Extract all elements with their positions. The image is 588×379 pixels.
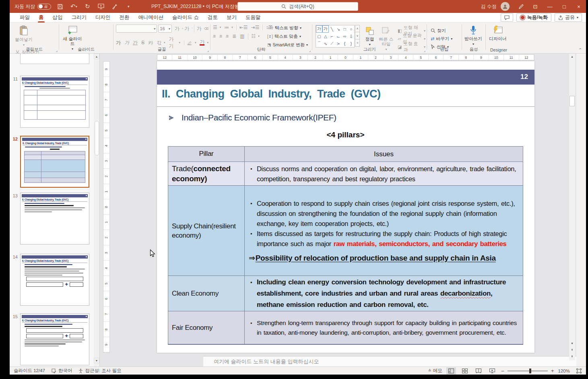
share-button[interactable]: 공유 ▾ [555,13,582,22]
ribbon-tab-8[interactable]: 검토 [203,13,222,23]
drawing-dialog-launcher[interactable]: ⌟ [424,48,425,52]
slide-scrollbar[interactable]: ▲ ▼ ⇞ ⇟ [569,54,575,360]
ribbon-tab-4[interactable]: 디자인 [91,13,115,23]
shape-gallery-item-12[interactable]: ⌒ [316,40,322,47]
shape-gallery-item-1[interactable]: 가 [322,25,329,33]
shrink-font-button[interactable]: 가ˇ [184,25,192,33]
slide-header-bar[interactable]: 12 [157,70,534,85]
font-dialog-launcher[interactable]: ⌟ [207,48,209,52]
normal-view-button[interactable] [446,367,456,375]
zoom-out-button[interactable]: − [501,368,504,374]
shape-gallery-item-9[interactable]: ⌙ [335,33,342,40]
start-slideshow-icon[interactable] [96,2,106,11]
shape-gallery-item-6[interactable]: ▢ [316,33,322,40]
clear-formatting-button[interactable]: 가⌫ [194,25,208,33]
save-icon[interactable] [55,2,65,11]
slide-subtitle[interactable]: Indian–Pacific Economic Framework(IPEF) [169,113,336,122]
ribbon-display-options-icon[interactable]: ⊡ [528,0,543,13]
shape-gallery[interactable]: 가가╲↘□○▢△⌐⌙⇨⇩⌒∿⟋≻{} [316,25,355,48]
align-right-button[interactable]: ≡ [226,33,229,39]
add-remove-columns-button[interactable]: ☷▾ [248,33,259,39]
strikethrough-button[interactable]: S [141,40,144,46]
shape-gallery-item-13[interactable]: ∿ [322,40,329,47]
ribbon-tab-7[interactable]: 슬라이드 쇼 [168,13,203,23]
shape-gallery-item-11[interactable]: ⇩ [348,33,354,40]
shape-gallery-more[interactable]: ≡ [355,39,359,47]
search-input[interactable]: 검색(Alt+Q) [237,2,358,11]
table-row-3[interactable]: Fair EconomyStrengthen long-term transpa… [168,311,523,344]
align-left-button[interactable]: ≡ [213,33,216,39]
ribbon-tab-10[interactable]: 도움말 [241,13,265,23]
table-caption[interactable]: <4 pillars> [168,130,523,139]
replace-button[interactable]: ⇄ 바꾸기▾ [429,35,454,42]
pillars-table[interactable]: PillarIssuesTrade(connected economy)Disc… [168,146,523,345]
ribbon-tab-6[interactable]: 애니메이션 [134,13,168,23]
scroll-down-button[interactable]: ▼ [569,340,575,346]
bullets-button[interactable]: ☰▾ [213,25,221,30]
slide-sorter-view-button[interactable] [460,367,470,375]
thumbnail-preview[interactable]: II. Changing Global Industry, Trade (GVC… [20,313,89,365]
highlight-color-button[interactable]: ▾ [184,40,196,45]
undo-icon[interactable]: ↶▾ [69,2,78,11]
shape-gallery-item-2[interactable]: ╲ [329,25,335,33]
ribbon-tab-5[interactable]: 전환 [115,13,134,23]
ribbon-tab-0[interactable]: 파일 [15,13,34,23]
avatar[interactable] [501,2,510,11]
table-row-2[interactable]: Clean EconomyIncluding clean energy conv… [168,275,523,311]
ribbon-tab-3[interactable]: 그리기 [67,13,91,23]
shape-gallery-item-4[interactable]: □ [342,25,348,33]
character-spacing-button[interactable]: 갃▾ [157,39,165,46]
slide-title[interactable]: II. Changing Global Industry, Trade (GVC… [162,88,381,100]
table-row-0[interactable]: Trade(connected economy)Discuss norms an… [168,162,523,185]
zoom-in-button[interactable]: + [551,368,554,374]
autosave-toggle[interactable]: 자동 저장 끔 [14,3,51,10]
thumbnail-partial-previous[interactable] [20,54,89,64]
shape-gallery-item-14[interactable]: ⟋ [329,40,335,47]
font-name-combo[interactable]: ▾ [116,25,157,33]
notes-toggle-button[interactable]: ≙ 메모 [428,368,442,374]
underline-button[interactable]: 간 [133,39,138,46]
shape-gallery-item-5[interactable]: ○ [348,25,354,33]
pen-icon[interactable] [514,0,528,13]
user-name[interactable]: 김 수정 [481,3,497,10]
text-shadow-button[interactable]: 캬 [148,39,153,46]
shape-gallery-item-3[interactable]: ↘ [335,25,342,33]
grow-font-button[interactable]: 가^ [175,25,183,33]
shape-gallery-item-0[interactable]: 가 [316,25,322,33]
paragraph-dialog-launcher[interactable]: ⌟ [309,48,311,52]
thumbnail-preview[interactable]: II. Changing Global Industry, Trade (GVC… [20,76,89,128]
next-slide-button[interactable]: ⇟ [569,353,575,359]
thumbnail-scroll-up[interactable]: ▲ [94,54,99,59]
autosave-pill[interactable]: 끔 [37,4,51,10]
thumbnail-preview[interactable]: II. Changing Global Industry, Trade (GVC… [20,136,89,188]
decrease-indent-button[interactable]: ⇤☰ [236,25,248,30]
slide-canvas[interactable]: 12 II. Changing Global Industry, Trade (… [157,61,534,353]
shape-gallery-down[interactable]: ∨ [355,32,359,39]
columns-button[interactable]: ▥ [240,33,244,39]
shape-gallery-item-10[interactable]: ⇨ [342,33,348,40]
maximize-button[interactable]: □ [557,0,571,13]
font-color-button[interactable]: 가▾ [200,40,208,46]
comment-button[interactable] [501,13,513,22]
notes-pane[interactable]: 여기에 슬라이드 노트의 내용을 입력하십시오 [203,356,576,367]
ribbon-tab-2[interactable]: 삽입 [48,13,67,23]
shape-gallery-item-16[interactable]: { [342,40,348,47]
ribbon-tab-9[interactable]: 보기 [222,13,241,23]
thumbnail-scroll-thumb[interactable] [95,121,99,155]
bold-button[interactable]: 가 [116,39,121,46]
slideshow-view-button[interactable] [487,367,497,375]
zoom-slider[interactable]: − + [501,368,554,374]
numbering-button[interactable]: ≔▾ [224,25,233,30]
close-button[interactable]: × [571,0,586,13]
zoom-level[interactable]: 120% [558,369,570,373]
clipboard-dialog-launcher[interactable]: ⌟ [56,48,58,52]
paste-button[interactable]: 붙여넣기▾ [13,24,35,47]
ribbon-tab-1[interactable]: 홈 [34,13,48,23]
text-direction-button[interactable]: ↓가텍스트 방향▾ [266,24,309,31]
justify-button[interactable]: ≣ [232,33,236,39]
increase-indent-button[interactable]: ⇥☰ [251,25,260,30]
table-row-1[interactable]: Supply Chain(resilient economy)Cooperati… [168,185,523,275]
document-title[interactable]: PPT_SJKIM_20221128 • 이 PC에 저장됨 ▾ [151,0,243,13]
shape-gallery-item-17[interactable]: } [348,40,354,47]
thumbnail-preview[interactable]: II. Changing Global Industry, Trade (GVC… [20,193,89,244]
